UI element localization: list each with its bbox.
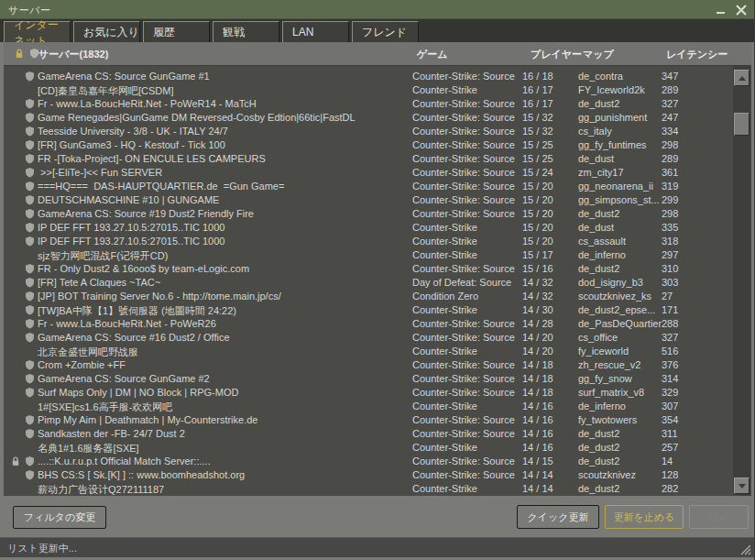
vac-shield-icon: [26, 195, 34, 207]
server-row[interactable]: ....::K.u.r.u.p.t Official Match Server:…: [4, 455, 732, 468]
server-row[interactable]: IP DEF FFT 193.27.10.5:27015..TIC 1000Co…: [4, 221, 732, 235]
server-row[interactable]: [FR] GunGame3 - HQ - Kestouf - Tick 100C…: [4, 138, 732, 152]
server-row[interactable]: IP DEF FFT 193.27.10.5:27015..TIC 1000Co…: [4, 235, 732, 248]
vac-shield-icon: [26, 319, 34, 331]
server-row[interactable]: GameArena CS: Source #16 Dust2 / OfficeC…: [4, 331, 732, 345]
server-row[interactable]: 1#[SXE]cs1.6高手服-欢欢网吧Counter-Strike14 / 1…: [4, 400, 732, 413]
tab-3[interactable]: 履歴: [143, 21, 210, 42]
server-name-cell: IP DEF FFT 193.27.10.5:27015..TIC 1000: [38, 222, 224, 233]
server-name-cell: ....::K.u.r.u.p.t Official Match Server:…: [38, 456, 211, 467]
server-name-cell: FR -[Toka-Project]- ON ENCULE LES CAMPEU…: [38, 153, 266, 164]
header-shield-icon[interactable]: [30, 49, 38, 59]
vac-shield-icon: [26, 223, 34, 235]
connect-button[interactable]: 接続: [689, 505, 749, 529]
players-cell: 14 / 20: [522, 332, 553, 343]
scroll-up-button[interactable]: [734, 70, 750, 86]
server-name-cell: 北京金盛世网吧野战服: [38, 346, 138, 359]
close-button[interactable]: [733, 0, 750, 18]
server-row[interactable]: Game Renegades|GunGame DM Reversed-Cosby…: [4, 111, 732, 125]
map-cell: gg_punishment: [578, 112, 647, 123]
server-row[interactable]: Pimp My Aim | Deathmatch | My-Counterstr…: [4, 413, 732, 427]
column-header-latency[interactable]: レイテンシー: [666, 48, 728, 61]
server-row[interactable]: Teesside University - 3/8 - UK - ITALY 2…: [4, 125, 732, 138]
map-cell: gg_fy_snow: [578, 373, 632, 384]
server-row[interactable]: Fr - www.La-BoucHeRit.Net - PoWeR14 - Ma…: [4, 97, 732, 111]
map-cell: de_dust: [578, 222, 614, 233]
vac-shield-icon: [26, 71, 34, 83]
change-filter-button[interactable]: フィルタの変更: [13, 506, 106, 529]
status-bar: リスト更新中...: [0, 537, 755, 557]
tab-strip: インターネットお気に入り履歴観戦LANフレンド: [0, 19, 755, 42]
server-row[interactable]: Crom +Zombie +FFCounter-Strike: Source14…: [4, 358, 732, 372]
game-cell: Counter-Strike: Source: [412, 387, 515, 398]
column-header-game[interactable]: ゲーム: [417, 48, 448, 61]
server-row[interactable]: Fr - www.La-BoucHeRit.Net - PoWeR26Count…: [4, 317, 732, 331]
server-row[interactable]: FR -[Toka-Project]- ON ENCULE LES CAMPEU…: [4, 152, 732, 166]
tab-6[interactable]: フレンド: [352, 21, 419, 42]
server-row[interactable]: FR - Only Dust2 & 16ooo$ by team-eLogic.…: [4, 262, 732, 276]
scroll-down-button[interactable]: [734, 478, 750, 494]
server-row[interactable]: 北京金盛世网吧野战服Counter-Strike14 / 20fy_icewor…: [4, 345, 732, 358]
map-cell: cs_assault: [578, 236, 626, 247]
server-row[interactable]: [TW]BA中隊【1】號伺服器 (地圖時間 24:22)Counter-Stri…: [4, 303, 732, 317]
vac-shield-icon: [26, 456, 34, 468]
column-header-server[interactable]: サーバー(1832): [38, 48, 108, 61]
tab-4[interactable]: 観戦: [213, 21, 279, 42]
latency-cell: 327: [662, 98, 678, 109]
players-cell: 15 / 17: [522, 249, 553, 260]
vac-shield-icon: [26, 278, 34, 290]
latency-cell: 319: [662, 181, 678, 192]
server-row[interactable]: [FR] Tete A Claques ~TAC~Day of Defeat: …: [4, 276, 732, 290]
vac-shield-icon: [26, 415, 34, 427]
column-header-players[interactable]: プレイヤー: [531, 48, 582, 61]
latency-cell: 298: [662, 139, 678, 150]
players-cell: 14 / 14: [522, 469, 553, 480]
game-cell: Counter-Strike: Source: [412, 318, 515, 329]
server-row[interactable]: GameArena CS: Source GunGame #1Counter-S…: [4, 70, 732, 83]
map-cell: de_dust2: [578, 483, 619, 494]
vac-shield-icon: [26, 99, 34, 111]
game-cell: Counter-Strike: Source: [412, 263, 515, 274]
players-cell: 14 / 32: [522, 277, 553, 288]
game-cell: Counter-Strike: Source: [412, 126, 515, 137]
game-cell: Counter-Strike: Source: [412, 359, 515, 370]
latency-cell: 247: [662, 112, 678, 123]
game-cell: Counter-Strike: [412, 236, 477, 247]
close-icon: [736, 5, 747, 16]
server-row[interactable]: Sandkasten der -FB- 24/7 Dust 2Counter-S…: [4, 427, 732, 441]
map-cell: de_dust2: [578, 428, 619, 439]
server-row[interactable]: >>[-EliTe-]<< Fun SERVERCounter-Strike: …: [4, 166, 732, 180]
server-name-cell: GameArena CS: Source #16 Dust2 / Office: [38, 332, 230, 343]
server-row[interactable]: sjz智力网吧混战F(记得开CD)Counter-Strike15 / 17de…: [4, 248, 732, 262]
server-row[interactable]: 薪动力广告设计Q272111187Counter-Strike14 / 14de…: [4, 482, 732, 496]
latency-cell: 354: [662, 414, 678, 425]
server-row[interactable]: DEUTSCHMASCHINE #10 | GUNGAMECounter-Str…: [4, 193, 732, 207]
server-row[interactable]: 名典1#1.6服务器[SXE]Counter-Strike14 / 16de_d…: [4, 441, 732, 455]
server-name-cell: GameArena CS: Source GunGame #1: [38, 71, 210, 82]
players-cell: 15 / 24: [522, 167, 553, 178]
stop-refresh-button[interactable]: 更新を止める: [605, 505, 684, 529]
players-cell: 15 / 32: [522, 112, 553, 123]
map-cell: de_inferno: [578, 249, 626, 260]
server-row[interactable]: Surf Maps Only | DM | NO Block | RPG-MOD…: [4, 386, 732, 400]
tab-1[interactable]: インターネット: [4, 21, 71, 43]
minimize-button[interactable]: [713, 0, 729, 18]
server-row[interactable]: BHS CS:S [ Sk.[K] ] :: www.boomheadshot.…: [4, 468, 732, 482]
scrollbar[interactable]: [733, 66, 750, 496]
server-row[interactable]: ===HQ=== DAS-HAUPTQUARTIER.de =Gun Game=…: [4, 180, 732, 193]
game-cell: Counter-Strike: Source: [412, 428, 515, 439]
server-row[interactable]: [JP] BOT Training Server No.6 - http://t…: [4, 290, 732, 303]
window-title: サーバー: [8, 4, 51, 17]
map-cell: gg_simpsons_st...: [578, 194, 660, 205]
quick-refresh-button[interactable]: クイック更新: [517, 505, 599, 529]
scrollbar-thumb[interactable]: [734, 113, 750, 136]
column-header-map[interactable]: マップ: [583, 48, 614, 61]
tab-2[interactable]: お気に入り: [73, 21, 140, 42]
server-row[interactable]: [CD]秦皇岛嘉年华网吧[CSDM]Counter-Strike16 / 17F…: [4, 83, 732, 97]
game-cell: Counter-Strike: Source: [412, 456, 515, 467]
server-row[interactable]: GameArena CS: Source #19 Dust2 Friendly …: [4, 207, 732, 221]
resize-grip-icon[interactable]: [737, 541, 751, 555]
header-lock-icon[interactable]: [15, 49, 24, 59]
tab-5[interactable]: LAN: [282, 21, 349, 42]
server-row[interactable]: GameArena CS: Source GunGame #2Counter-S…: [4, 372, 732, 386]
